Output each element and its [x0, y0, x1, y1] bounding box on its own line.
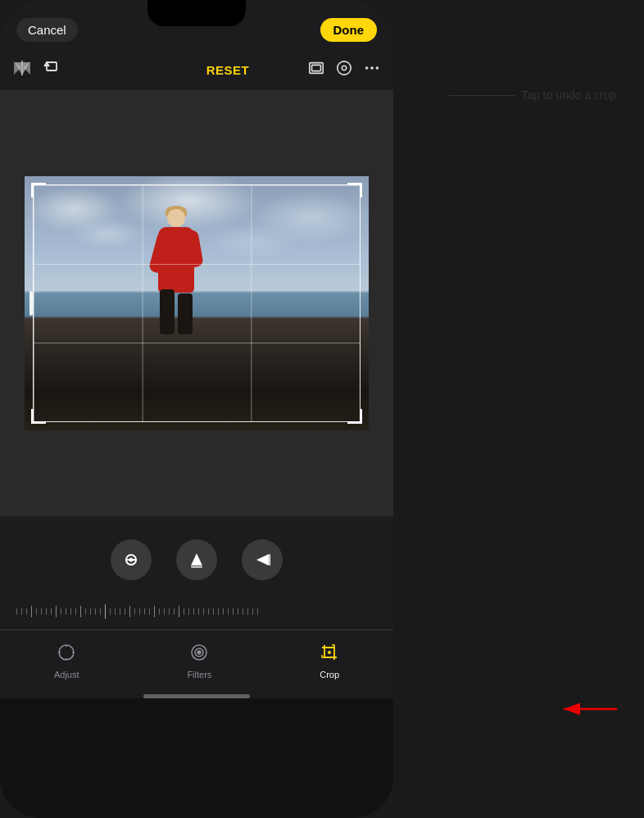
crop-label: Crop — [320, 670, 339, 679]
dial-track — [16, 603, 377, 620]
svg-point-9 — [370, 66, 374, 70]
tick-center — [105, 604, 106, 619]
tick — [228, 608, 229, 615]
tick — [85, 608, 86, 615]
svg-point-7 — [342, 66, 346, 70]
tick — [169, 608, 170, 615]
tick — [154, 606, 155, 617]
tab-filters[interactable]: Filters — [170, 640, 228, 683]
reset-button[interactable]: RESET — [161, 63, 295, 77]
tick — [80, 606, 81, 617]
tick — [134, 608, 135, 615]
tick-container — [16, 604, 258, 619]
flip-vertical-button[interactable] — [176, 539, 217, 580]
rotate-left-button[interactable] — [111, 539, 152, 580]
rotate-icon[interactable] — [43, 60, 59, 80]
tick — [125, 608, 125, 615]
dial-ruler[interactable] — [0, 597, 393, 626]
photo-background — [25, 176, 369, 430]
tick — [164, 608, 165, 615]
more-options-icon[interactable] — [364, 60, 380, 80]
svg-rect-20 — [270, 554, 271, 566]
flip-horizontal-button[interactable] — [242, 539, 283, 580]
tick — [243, 608, 243, 615]
svg-point-29 — [328, 651, 331, 654]
toolbar: RESET — [0, 49, 393, 90]
tab-bar: Adjust Filters — [0, 629, 393, 689]
tick — [233, 608, 234, 615]
svg-point-21 — [59, 645, 74, 660]
tick — [139, 608, 140, 615]
tick — [90, 608, 91, 615]
bottom-controls: Adjust Filters — [0, 516, 393, 698]
figure-leg-left — [160, 289, 175, 334]
tick — [31, 606, 32, 617]
tick — [41, 608, 42, 615]
svg-rect-14 — [125, 559, 137, 561]
svg-rect-5 — [312, 65, 321, 70]
tick — [70, 608, 71, 615]
svg-point-6 — [338, 61, 351, 74]
aspect-ratio-icon[interactable] — [308, 60, 324, 80]
tick — [115, 608, 116, 615]
figure-legs — [160, 289, 193, 334]
tick — [61, 608, 61, 615]
tick — [75, 608, 76, 615]
tick — [16, 608, 17, 615]
callout-text: Tap to undo a crop. — [521, 89, 619, 102]
tick — [238, 608, 238, 615]
tick — [257, 608, 258, 615]
tick — [46, 608, 47, 615]
tick — [159, 608, 160, 615]
rotation-tools — [0, 533, 393, 593]
tick — [66, 608, 66, 615]
tick — [95, 608, 96, 615]
svg-rect-17 — [191, 566, 202, 568]
tick — [51, 608, 52, 615]
tick — [26, 608, 27, 615]
tick — [247, 608, 248, 615]
figure — [152, 209, 201, 336]
arrow-annotation — [556, 697, 621, 721]
tick — [149, 608, 150, 615]
photo-container[interactable] — [25, 176, 369, 430]
tick — [100, 608, 101, 615]
svg-point-28 — [197, 651, 201, 654]
done-button[interactable]: Done — [320, 18, 378, 42]
flip-horizontal-icon[interactable] — [13, 59, 31, 81]
image-area — [0, 90, 393, 516]
adjust-icon — [57, 643, 75, 666]
filters-icon — [190, 643, 208, 666]
filters-label: Filters — [187, 670, 211, 679]
tick — [56, 606, 57, 617]
tick — [184, 608, 184, 615]
top-bar: Cancel Done — [0, 0, 393, 49]
tick — [213, 608, 214, 615]
tick — [174, 608, 175, 615]
tick — [198, 608, 199, 615]
tick — [203, 608, 204, 615]
cancel-button[interactable]: Cancel — [16, 18, 78, 42]
tick — [179, 606, 179, 617]
tick — [252, 608, 253, 615]
tick — [188, 608, 189, 615]
toolbar-left — [13, 59, 147, 81]
figure-head — [167, 209, 185, 227]
callout: Tap to undo a crop. — [449, 89, 619, 102]
tab-adjust[interactable]: Adjust — [38, 640, 96, 683]
adjust-label: Adjust — [54, 670, 79, 679]
tick — [193, 608, 194, 615]
tick — [110, 608, 111, 615]
tab-crop[interactable]: Crop — [303, 640, 356, 683]
markup-icon[interactable] — [336, 60, 352, 80]
figure-leg-right — [178, 293, 193, 334]
tick — [218, 608, 219, 615]
crop-icon — [320, 643, 338, 666]
phone-frame: Cancel Done RESET — [0, 0, 393, 818]
callout-line — [449, 95, 515, 96]
tick — [208, 608, 209, 615]
tick — [120, 608, 120, 615]
home-indicator — [143, 694, 250, 698]
svg-point-8 — [365, 66, 369, 70]
tick — [223, 608, 224, 615]
